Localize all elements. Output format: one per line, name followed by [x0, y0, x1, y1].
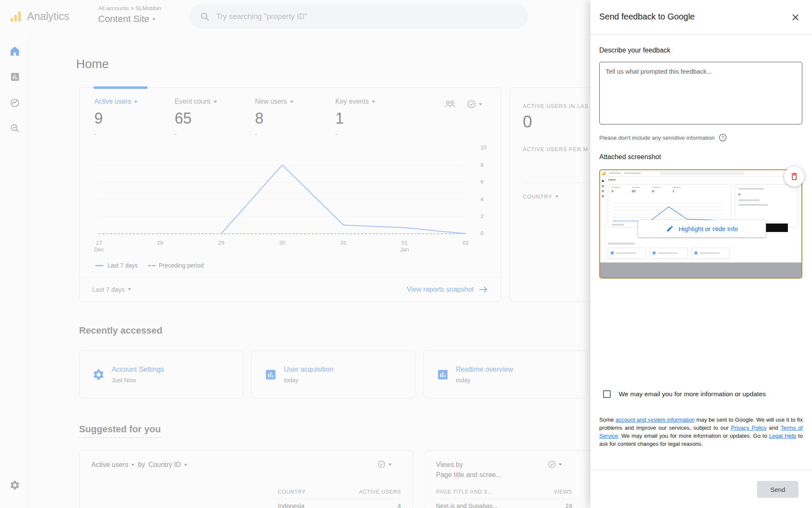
metric-delta: - [335, 131, 416, 137]
help-icon[interactable]: ? [719, 133, 727, 142]
card-dimension-selector[interactable]: Country ID [148, 461, 187, 469]
column-header[interactable]: ACTIVE USERS [359, 489, 401, 495]
recent-card-account-settings[interactable]: Account Settings Just Now [79, 351, 243, 398]
realtime-value: 0 [523, 112, 532, 131]
close-icon[interactable] [790, 12, 801, 23]
mini-recent-cards [608, 248, 730, 259]
svg-text:01: 01 [401, 240, 407, 246]
nav-reports[interactable] [0, 68, 30, 85]
table-row-label: Next.js and Supabas... [436, 502, 498, 508]
app-name: Analytics [27, 10, 69, 22]
nav-admin-settings[interactable] [0, 477, 30, 494]
card-metric-selector[interactable]: Active users [91, 461, 134, 469]
mini-page-title: Home [608, 178, 615, 181]
svg-text:29: 29 [218, 240, 224, 246]
column-header[interactable]: COUNTRY [278, 489, 306, 495]
chevron-down-icon [479, 103, 482, 105]
gear-icon [92, 368, 105, 381]
legend-last-7-days: Last 7 days [95, 262, 138, 269]
svg-text:Dec: Dec [94, 246, 104, 253]
country-column-header[interactable]: COUNTRY [523, 193, 559, 200]
screenshot-miniature: Home 9 65 8 1 0 [600, 170, 801, 278]
column-header[interactable]: PAGE TITLE AND S... [436, 489, 493, 495]
dashed-line-swatch [148, 265, 155, 266]
attached-screenshot-preview[interactable]: Home 9 65 8 1 0 [599, 169, 802, 279]
svg-text:28: 28 [157, 240, 163, 246]
metric-active-users[interactable]: Active users 9 - [94, 98, 175, 137]
data-quality-menu[interactable] [548, 460, 562, 469]
recent-card-realtime-overview[interactable]: Realtime overview today [423, 351, 587, 398]
mini-analytics-logo-icon [602, 171, 606, 175]
analytics-logo-icon[interactable] [9, 10, 22, 25]
divider [590, 34, 812, 35]
placeholder-bar [624, 172, 641, 174]
view-reports-snapshot-link[interactable]: View reports snapshot [407, 286, 488, 293]
recent-card-subtitle: Just Now [112, 377, 164, 384]
metric-new-users[interactable]: New users 8 - [255, 98, 335, 137]
check-circle-icon [467, 99, 476, 109]
delete-screenshot-button[interactable] [784, 166, 804, 187]
chevron-down-icon [184, 464, 187, 466]
search-icon [200, 12, 209, 21]
recent-card-subtitle: today [456, 377, 513, 384]
home-icon [8, 45, 21, 58]
feedback-textarea[interactable] [599, 62, 802, 124]
feedback-panel-footer: Send [590, 470, 812, 508]
svg-text:6: 6 [480, 179, 483, 185]
chevron-down-icon [131, 464, 134, 466]
column-header[interactable]: VIEWS [554, 489, 572, 495]
metric-key-events[interactable]: Key events 1 - [335, 98, 416, 137]
svg-text:8: 8 [480, 162, 483, 168]
divider [436, 498, 575, 499]
chevron-down-icon [372, 101, 375, 103]
nav-explore[interactable] [0, 94, 30, 111]
benchmarking-icon[interactable] [444, 99, 456, 109]
nav-advertising[interactable] [0, 120, 30, 137]
views-by-page-title-card: Views by Page title and scree... PAGE TI… [424, 450, 601, 508]
mini-search-bar [660, 171, 744, 175]
explore-icon [9, 97, 20, 108]
page-title: Home [76, 57, 109, 71]
email-updates-checkbox[interactable] [603, 390, 611, 398]
search-bar[interactable]: Try searching "property ID" [189, 4, 528, 29]
breadcrumb[interactable]: All accounts > SLMobbin [98, 5, 161, 11]
svg-text:0: 0 [480, 230, 483, 237]
chevron-down-icon [290, 101, 294, 103]
describe-feedback-label: Describe your feedback [599, 47, 670, 54]
mini-topbar [600, 170, 801, 177]
data-quality-menu[interactable] [377, 460, 392, 469]
active-users-by-country-card: Active users by Country ID COUNTRY ACTIV… [79, 450, 413, 508]
solid-line-swatch [95, 265, 104, 266]
legal-help-link[interactable]: Legal Help [769, 433, 796, 439]
metric-event-count[interactable]: Event count 65 - [175, 98, 255, 137]
highlight-or-hide-info-button[interactable]: Highlight or Hide Info [638, 220, 766, 237]
svg-text:10: 10 [480, 144, 486, 151]
pencil-icon [666, 225, 674, 232]
privacy-policy-link[interactable]: Privacy Policy [731, 425, 766, 431]
data-quality-menu[interactable] [467, 99, 482, 109]
chart-legend: Last 7 days Preceding period [95, 262, 203, 269]
svg-text:4: 4 [480, 196, 483, 202]
send-button[interactable]: Send [757, 481, 798, 498]
legal-text: Some account and system information may … [599, 416, 803, 448]
date-range-selector[interactable]: Last 7 days [92, 286, 131, 293]
nav-home[interactable] [0, 43, 30, 60]
chevron-down-icon [134, 101, 137, 103]
feedback-panel: Send feedback to Google Describe your fe… [590, 0, 812, 508]
metric-value: 65 [175, 110, 255, 127]
svg-text:02: 02 [463, 240, 469, 246]
attached-screenshot-label: Attached screenshot [599, 153, 661, 161]
property-name: Content Site [98, 14, 149, 25]
recent-card-user-acquisition[interactable]: User acquisition today [251, 351, 415, 398]
property-selector[interactable]: Content Site [98, 14, 156, 25]
home-overview-card: Active users 9 - Event count 65 - New us… [79, 87, 501, 302]
card-title-line2[interactable]: Page title and scree... [436, 471, 502, 479]
placeholder-bar [609, 172, 621, 174]
svg-text:30: 30 [279, 240, 285, 246]
carousel-tab-indicator[interactable] [93, 86, 148, 89]
metric-value: 8 [255, 110, 335, 127]
table-row-value: 24 [565, 502, 572, 508]
svg-text:2: 2 [480, 213, 483, 219]
account-and-system-information-link[interactable]: account and system information [615, 417, 694, 423]
legend-preceding-period: Preceding period [148, 262, 204, 269]
